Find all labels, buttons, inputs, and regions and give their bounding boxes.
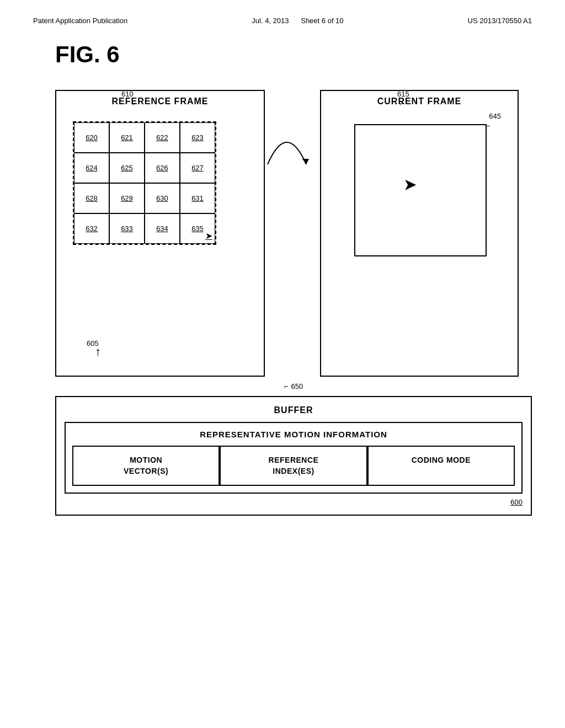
reference-grid: 620 621 622 623 624 625 626 627: [73, 121, 216, 245]
grid-cell-628: 628: [74, 183, 109, 213]
motion-vectors-cell: MOTIONVECTOR(S): [72, 446, 220, 486]
grid-cell-625: 625: [109, 153, 145, 183]
header-publication: Patent Application Publication: [33, 17, 127, 25]
coding-mode-cell: CODING MODE: [367, 446, 515, 486]
label-650-area: ⌐ 650: [55, 382, 532, 390]
grid-arrow-icon: ➤: [205, 231, 212, 241]
reference-frame-label: REFERENCE FRAME: [56, 91, 264, 112]
grid-row-0: 620 621 622 623: [74, 122, 215, 153]
grid-cell-630: 630: [145, 183, 180, 213]
header-patent-number: US 2013/170550 A1: [468, 17, 532, 25]
grid-cell-627: 627: [180, 153, 215, 183]
current-frame-wrapper: CURRENT FRAME 645 ⌐ ➤: [309, 90, 519, 377]
grid-cell-634: 634: [145, 213, 180, 244]
current-frame-box: CURRENT FRAME 645 ⌐ ➤: [320, 90, 519, 377]
grid-cell-633: 633: [109, 213, 145, 244]
motion-arrow-icon: ➤: [404, 176, 416, 194]
header-date: Jul. 4, 2013: [252, 17, 289, 25]
grid-row-3: 632 633 634 635 ➤: [74, 213, 215, 244]
grid-row-2: 628 629 630 631: [74, 183, 215, 213]
grid-cell-626: 626: [145, 153, 180, 183]
grid-cell-632: 632: [74, 213, 109, 244]
grid-cell-629: 629: [109, 183, 145, 213]
grid-cell-635: 635 ➤: [180, 213, 215, 244]
grid-cell-623: 623: [180, 122, 215, 153]
buffer-title: BUFFER: [65, 405, 523, 415]
buffer-section: BUFFER REPRESENTATIVE MOTION INFORMATION…: [55, 396, 532, 516]
rep-motion-box: REPRESENTATIVE MOTION INFORMATION MOTION…: [65, 422, 523, 494]
page: Patent Application Publication Jul. 4, 2…: [0, 0, 565, 728]
reference-frame-box: REFERENCE FRAME 620 621 622 623 624: [55, 90, 265, 377]
grid-row-1: 624 625 626 627: [74, 153, 215, 183]
grid-cell-631: 631: [180, 183, 215, 213]
figure-title: FIG. 6: [55, 41, 532, 68]
grid-cell-620: 620: [74, 122, 109, 153]
svg-marker-0: [302, 159, 309, 164]
header: Patent Application Publication Jul. 4, 2…: [33, 17, 532, 25]
label-650: 650: [291, 382, 303, 390]
rep-motion-title: REPRESENTATIVE MOTION INFORMATION: [72, 430, 515, 439]
label-605-area: 605 ↑: [87, 339, 101, 359]
arrow-605-icon: ↑: [95, 345, 101, 359]
inner-box-645: [354, 124, 487, 256]
motion-cells-row: MOTIONVECTOR(S) REFERENCEINDEX(ES) CODIN…: [72, 446, 515, 486]
curved-arrow-svg: [265, 120, 309, 186]
brace-650-icon: ⌐: [284, 382, 289, 390]
grid-cell-622: 622: [145, 122, 180, 153]
current-frame-label: CURRENT FRAME: [321, 91, 518, 112]
grid-cell-621: 621: [109, 122, 145, 153]
reference-index-cell: REFERENCEINDEX(ES): [220, 446, 367, 486]
header-date-sheet: Jul. 4, 2013 Sheet 6 of 10: [252, 17, 343, 25]
header-sheet: Sheet 6 of 10: [301, 17, 343, 25]
grid-cell-624: 624: [74, 153, 109, 183]
label-645: 645: [489, 112, 501, 120]
reference-frame-wrapper: REFERENCE FRAME 620 621 622 623 624: [55, 90, 265, 377]
label-600: 600: [65, 498, 523, 506]
